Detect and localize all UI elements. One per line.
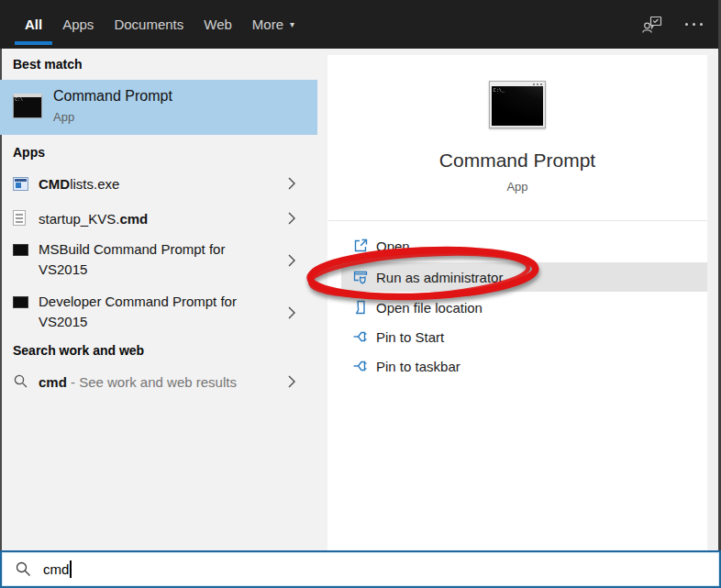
chevron-right-icon[interactable] (288, 375, 295, 388)
apps-header: Apps (13, 145, 45, 160)
detail-title: Command Prompt (327, 150, 707, 172)
action-open-file-location[interactable]: Open file location (341, 293, 707, 322)
search-query-text: cmd (43, 561, 69, 577)
pin-icon (352, 328, 369, 345)
exe-window-icon (13, 177, 28, 191)
chevron-right-icon[interactable] (288, 306, 295, 319)
file-location-icon (352, 299, 369, 316)
best-match-header: Best match (13, 57, 82, 72)
terminal-icon (13, 244, 28, 256)
chevron-right-icon[interactable] (288, 254, 295, 267)
best-match-title: Command Prompt (53, 88, 172, 105)
web-search-item-cmd[interactable]: cmd - See work and web results (0, 365, 317, 398)
tab-all[interactable]: All (15, 0, 52, 49)
detail-subtitle: App (327, 180, 707, 194)
windows-search-flyout: All Apps Documents Web More ▾ (0, 0, 721, 588)
command-prompt-large-icon: C:\_ (489, 81, 546, 128)
app-item-msbuild-prompt[interactable]: MSBuild Command Prompt for VS2015 (0, 234, 317, 287)
command-prompt-icon: C:\ (13, 94, 42, 118)
action-run-as-administrator[interactable]: Run as administrator (341, 262, 707, 292)
chevron-right-icon[interactable] (288, 212, 295, 225)
admin-shield-icon (352, 269, 369, 285)
action-pin-to-start[interactable]: Pin to Start (341, 322, 707, 351)
app-item-cmdlists[interactable]: CMDlists.exe (0, 166, 317, 201)
feedback-icon (641, 14, 665, 36)
search-web-header: Search work and web (13, 343, 144, 358)
app-item-startup-kvs[interactable]: startup_KVS.cmd (0, 201, 317, 236)
text-caret (70, 560, 72, 578)
action-open[interactable]: Open (341, 231, 707, 261)
chevron-right-icon[interactable] (288, 177, 295, 190)
action-pin-to-taskbar[interactable]: Pin to taskbar (341, 351, 707, 381)
document-icon (13, 210, 26, 226)
best-match-item-command-prompt[interactable]: C:\ Command Prompt App (0, 80, 317, 135)
tab-apps[interactable]: Apps (52, 0, 104, 49)
app-item-developer-prompt[interactable]: Developer Command Prompt for VS2015 (0, 286, 317, 339)
more-options-button[interactable] (685, 23, 703, 26)
search-filter-bar: All Apps Documents Web More ▾ (0, 0, 721, 49)
scrollbar-track (707, 55, 718, 550)
search-input[interactable]: cmd (0, 550, 721, 588)
best-match-subtitle: App (53, 110, 172, 124)
filter-tabs: All Apps Documents Web More ▾ (15, 0, 305, 49)
tab-documents[interactable]: Documents (104, 0, 194, 49)
terminal-icon (13, 296, 28, 308)
open-icon (352, 238, 369, 254)
pin-icon (352, 358, 369, 374)
detail-divider (328, 220, 707, 221)
search-icon (13, 373, 28, 389)
ellipsis-icon (685, 23, 688, 26)
tab-more[interactable]: More ▾ (242, 0, 305, 49)
search-icon (15, 560, 32, 578)
tab-web[interactable]: Web (194, 0, 242, 49)
feedback-button[interactable] (641, 14, 665, 36)
chevron-down-icon: ▾ (290, 19, 294, 29)
